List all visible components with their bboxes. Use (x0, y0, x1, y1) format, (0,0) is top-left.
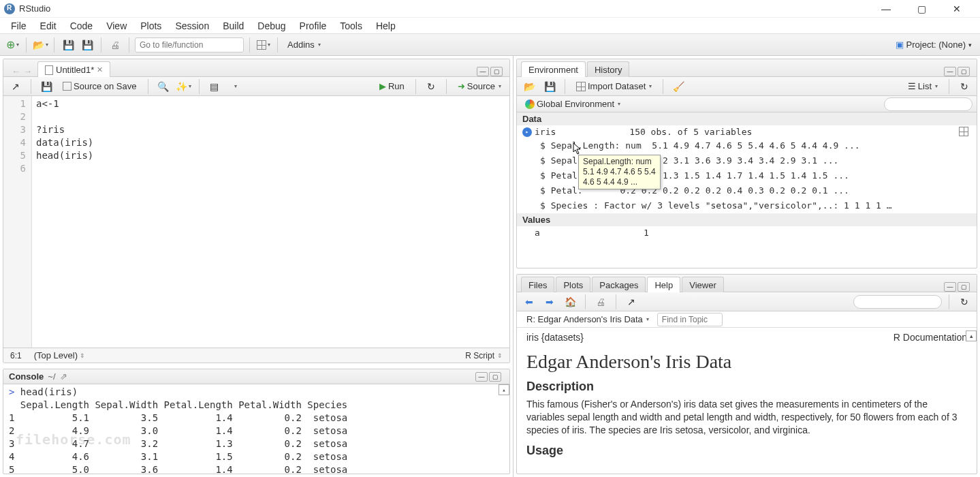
load-workspace-button[interactable]: 📂 (521, 78, 537, 95)
goto-file-function-input[interactable] (135, 37, 244, 52)
maximize-button[interactable]: ▢ (909, 3, 934, 14)
menu-view[interactable]: View (101, 19, 132, 33)
minimize-pane-button[interactable]: — (477, 67, 489, 76)
console-pane: Console ~/ ⇗ — ▢ > head(iris) Sepal.Leng… (3, 369, 510, 474)
env-search[interactable] (884, 97, 973, 111)
help-search[interactable] (853, 295, 942, 309)
tab-untitled1[interactable]: Untitled1* ✕ (37, 61, 110, 77)
refresh-env-button[interactable]: ↻ (956, 78, 973, 95)
help-scroll-up[interactable]: ▴ (966, 330, 977, 341)
nav-forward-icon[interactable]: → (23, 66, 32, 76)
help-doc-label: R Documentation (894, 332, 967, 343)
help-print-button[interactable]: 🖨 (592, 294, 609, 310)
save-workspace-button[interactable]: 💾 (541, 78, 558, 95)
maximize-console-button[interactable]: ▢ (489, 372, 501, 382)
help-back-button[interactable]: ⬅ (521, 294, 537, 310)
help-popout-button[interactable]: ↗ (623, 294, 639, 310)
environment-pane: Environment History — ▢ 📂 💾 Import Datas… (516, 59, 977, 268)
tab-history[interactable]: History (587, 61, 629, 77)
tab-packages[interactable]: Packages (592, 277, 646, 292)
env-search-input[interactable] (884, 97, 973, 111)
scope-selector[interactable]: (Top Level) ⇕ (30, 349, 89, 362)
console-scroll-up[interactable]: ▴ (499, 384, 509, 395)
notebook-button[interactable]: ▤ (206, 78, 223, 95)
menu-tools[interactable]: Tools (334, 19, 368, 33)
help-refresh-button[interactable]: ↻ (956, 294, 973, 310)
minimize-console-button[interactable]: — (475, 372, 488, 382)
maximize-pane-button[interactable]: ▢ (490, 67, 503, 76)
wand-button[interactable]: ✨ (176, 78, 192, 95)
menu-edit[interactable]: Edit (35, 19, 62, 33)
menu-build[interactable]: Build (217, 19, 249, 33)
find-button[interactable]: 🔍 (155, 78, 172, 95)
notebook-options-button[interactable] (227, 78, 243, 95)
cursor-icon (573, 142, 582, 156)
help-forward-button[interactable]: ➡ (541, 294, 558, 310)
view-mode-button[interactable]: ☰ List (904, 80, 942, 93)
tab-plots[interactable]: Plots (556, 277, 590, 292)
tab-help[interactable]: Help (647, 277, 680, 292)
find-in-topic-input[interactable] (657, 313, 723, 326)
maximize-env-button[interactable]: ▢ (958, 67, 970, 76)
console-output[interactable]: > head(iris) Sepal.Length Sepal.Width Pe… (3, 384, 509, 474)
env-var-name: a (522, 228, 638, 238)
minimize-env-button[interactable]: — (944, 67, 956, 76)
tab-files[interactable]: Files (521, 277, 554, 292)
dataset-icon (576, 82, 586, 91)
window-title: RStudio (19, 3, 874, 14)
minimize-button[interactable]: — (874, 3, 898, 14)
env-scope-selector[interactable]: Global Environment (521, 97, 625, 110)
rerun-button[interactable]: ↻ (423, 78, 439, 95)
tab-environment[interactable]: Environment (521, 61, 586, 77)
minimize-help-button[interactable]: — (944, 282, 956, 292)
clear-console-icon[interactable]: ⇗ (60, 371, 67, 382)
menu-help[interactable]: Help (370, 19, 401, 33)
nav-back-icon[interactable]: ← (12, 66, 20, 76)
env-item-iris[interactable]: iris 150 obs. of 5 variables (517, 125, 977, 138)
clear-env-button[interactable]: 🧹 (670, 78, 686, 95)
menu-profile[interactable]: Profile (294, 19, 332, 33)
language-label: R Script (465, 351, 494, 360)
rstudio-logo-icon (4, 3, 15, 14)
menu-code[interactable]: Code (65, 19, 98, 33)
open-project-button[interactable]: 📂 (32, 37, 48, 53)
print-button[interactable]: 🖨 (107, 37, 123, 53)
menu-plots[interactable]: Plots (135, 19, 167, 33)
save-button[interactable]: 💾 (60, 37, 76, 53)
project-selector[interactable]: ▣ Project: (None) ▾ (891, 40, 976, 50)
tab-viewer[interactable]: Viewer (682, 277, 724, 292)
addins-button[interactable]: Addins (283, 38, 325, 51)
menu-debug[interactable]: Debug (252, 19, 291, 33)
help-home-button[interactable]: 🏠 (562, 294, 578, 310)
close-button[interactable]: ✕ (945, 3, 969, 14)
env-values-heading: Values (517, 213, 977, 226)
menu-session[interactable]: Session (170, 19, 215, 33)
grid-view-button[interactable] (255, 37, 272, 53)
menu-file[interactable]: File (5, 19, 32, 33)
tab-close-icon[interactable]: ✕ (97, 65, 103, 74)
help-topic-dropdown[interactable]: R: Edgar Anderson's Iris Data (522, 313, 653, 326)
code-editor[interactable]: 123456 a<-1 ?iris data(iris) head(iris) (3, 96, 509, 348)
help-search-input[interactable] (853, 295, 942, 309)
console-title: Console (9, 371, 44, 382)
source-button[interactable]: ➜Source (454, 80, 505, 93)
grid-icon (257, 40, 266, 50)
save-doc-button[interactable]: 💾 (38, 78, 54, 95)
view-data-icon[interactable] (959, 127, 968, 136)
help-content[interactable]: iris {datasets} R Documentation Edgar An… (517, 328, 977, 474)
new-file-button[interactable]: ⊕ (4, 37, 20, 53)
titlebar: RStudio — ▢ ✕ (0, 0, 980, 18)
save-all-button[interactable]: 💾 (79, 37, 95, 53)
env-var-summary: 150 obs. of 5 variables (629, 127, 953, 137)
env-data-heading: Data (517, 112, 977, 125)
run-button[interactable]: ▶Run (375, 80, 409, 93)
maximize-help-button[interactable]: ▢ (958, 282, 970, 292)
popout-button[interactable]: ↗ (7, 78, 24, 95)
help-pane: Files Plots Packages Help Viewer — ▢ ⬅ ➡… (516, 274, 977, 474)
source-on-save-checkbox[interactable]: Source on Save (59, 80, 141, 93)
import-dataset-button[interactable]: Import Dataset (572, 80, 656, 93)
expand-icon[interactable] (522, 127, 532, 137)
line-gutter: 123456 (3, 96, 32, 348)
code-area[interactable]: a<-1 ?iris data(iris) head(iris) (32, 96, 509, 348)
env-item-a[interactable]: a 1 (517, 226, 977, 239)
